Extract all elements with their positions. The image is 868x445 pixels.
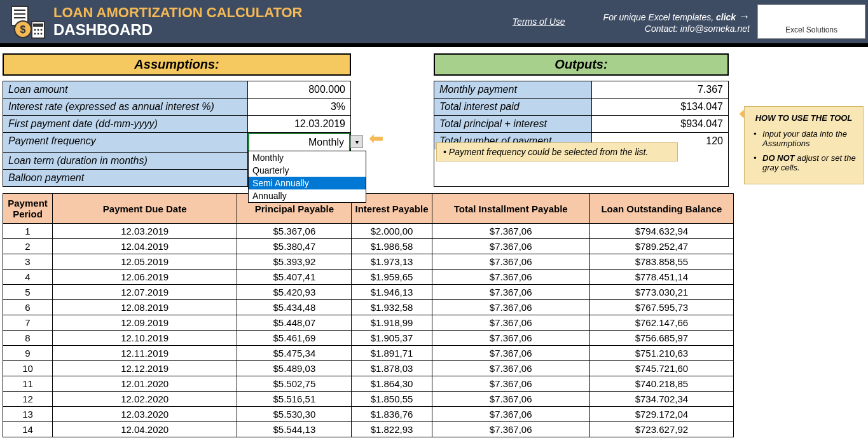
table-cell: $7.367,06 [432, 346, 589, 361]
table-cell: $762.147,66 [589, 315, 733, 331]
app-icon: $ [3, 0, 53, 44]
svg-point-9 [38, 29, 39, 31]
pointer-arrow-icon: ⬅ [369, 128, 383, 149]
table-cell: 12.03.2019 [53, 224, 237, 239]
table-cell: $1.946,13 [352, 285, 432, 300]
table-row: 212.04.2019$5.380,47$1.986,58$7.367,06$7… [3, 239, 734, 254]
app-title: LOAN AMORTIZATION CALCULATOR [53, 4, 513, 21]
table-cell: 12.12.2019 [53, 361, 237, 376]
table-cell: $729.172,04 [589, 407, 733, 422]
table-cell: 12.04.2019 [53, 239, 237, 254]
table-cell: $1.864,30 [352, 376, 432, 392]
table-cell: $5.516,51 [237, 392, 352, 407]
instructions-box: HOW TO USE THE TOOL Input your data into… [744, 106, 864, 184]
dropdown-toggle[interactable]: ▾ [350, 135, 363, 148]
someka-logo[interactable]: someka Excel Solutions [757, 4, 865, 39]
table-cell: $7.367,06 [432, 315, 589, 331]
table-cell: $5.489,03 [237, 361, 352, 376]
table-cell: $1.986,58 [352, 239, 432, 254]
table-cell: $1.836,76 [352, 407, 432, 422]
table-cell: 12.06.2019 [53, 270, 237, 285]
dropdown-item[interactable]: Semi Annually [249, 177, 366, 189]
svg-point-13 [41, 33, 43, 35]
instruction-item: Input your data into the Assumptions [756, 129, 857, 148]
table-cell: 6 [3, 300, 53, 315]
table-row: 812.10.2019$5.461,69$1.905,37$7.367,06$7… [3, 331, 734, 346]
table-cell: $1.891,71 [352, 346, 432, 361]
table-cell: $5.393,92 [237, 254, 352, 270]
assumption-label: Payment frequency [3, 133, 248, 152]
table-cell: $5.502,75 [237, 376, 352, 392]
terms-link[interactable]: Terms of Use [513, 17, 565, 27]
output-value-cell: $934.047 [592, 116, 728, 132]
table-row: 412.06.2019$5.407,41$1.959,65$7.367,06$7… [3, 270, 734, 285]
output-label: Total principal + interest [434, 116, 592, 132]
table-cell: $773.030,21 [589, 285, 733, 300]
table-cell: $5.448,07 [237, 315, 352, 331]
promo-click[interactable]: click [716, 12, 736, 22]
table-cell: 12.05.2019 [53, 254, 237, 270]
table-cell: $1.932,58 [352, 300, 432, 315]
table-cell: $7.367,06 [432, 331, 589, 346]
amortization-table: Payment PeriodPayment Due DatePrincipal … [3, 193, 734, 437]
table-cell: $5.420,93 [237, 285, 352, 300]
table-cell: $723.627,92 [589, 422, 733, 437]
table-cell: $5.461,69 [237, 331, 352, 346]
table-row: 312.05.2019$5.393,92$1.973,13$7.367,06$7… [3, 254, 734, 270]
table-cell: 12.01.2020 [53, 376, 237, 392]
table-header-row: Payment PeriodPayment Due DatePrincipal … [3, 194, 734, 224]
outputs-panel: Monthly payment7.367Total interest paid$… [434, 81, 729, 187]
table-cell: 14 [3, 422, 53, 437]
table-cell: $1.959,65 [352, 270, 432, 285]
arrow-right-icon: → [738, 10, 750, 23]
table-row: 112.03.2019$5.367,06$2.000,00$7.367,06$7… [3, 224, 734, 239]
assumption-value-cell[interactable]: 3% [248, 99, 350, 115]
table-cell: $7.367,06 [432, 392, 589, 407]
table-cell: $1.850,55 [352, 392, 432, 407]
table-cell: 12.09.2019 [53, 315, 237, 331]
dropdown-item[interactable]: Annually [249, 189, 366, 202]
table-cell: 12.11.2019 [53, 346, 237, 361]
table-cell: $751.210,63 [589, 346, 733, 361]
table-cell: $7.367,06 [432, 361, 589, 376]
dropdown-item[interactable]: Monthly [249, 151, 366, 164]
table-cell: $7.367,06 [432, 224, 589, 239]
table-cell: $7.367,06 [432, 239, 589, 254]
assumption-label: First payment date (dd-mm-yyyy) [3, 116, 248, 132]
table-cell: 12.10.2019 [53, 331, 237, 346]
table-row: 1012.12.2019$5.489,03$1.878,03$7.367,06$… [3, 361, 734, 376]
table-cell: $789.252,47 [589, 239, 733, 254]
table-cell: 12 [3, 392, 53, 407]
table-cell: 12.04.2020 [53, 422, 237, 437]
table-cell: 11 [3, 376, 53, 392]
table-cell: 4 [3, 270, 53, 285]
table-cell: 5 [3, 285, 53, 300]
table-cell: 2 [3, 239, 53, 254]
svg-point-8 [34, 29, 36, 31]
instructions-title: HOW TO USE THE TOOL [751, 113, 857, 123]
assumption-value-cell[interactable]: Monthly▾ [248, 133, 350, 152]
table-row: 1212.02.2020$5.516,51$1.850,55$7.367,06$… [3, 392, 734, 407]
assumption-value-cell[interactable]: 12.03.2019 [248, 116, 350, 132]
table-cell: $5.380,47 [237, 239, 352, 254]
table-cell: $734.702,34 [589, 392, 733, 407]
table-cell: 10 [3, 361, 53, 376]
table-cell: $5.434,48 [237, 300, 352, 315]
table-cell: $1.905,37 [352, 331, 432, 346]
table-header-cell: Payment Due Date [53, 194, 237, 224]
table-row: 512.07.2019$5.420,93$1.946,13$7.367,06$7… [3, 285, 734, 300]
output-label: Monthly payment [434, 81, 592, 98]
assumption-value-cell[interactable]: 800.000 [248, 81, 350, 98]
table-header-cell: Payment Period [3, 194, 53, 224]
table-cell: $745.721,60 [589, 361, 733, 376]
table-cell: 13 [3, 407, 53, 422]
table-cell: $1.878,03 [352, 361, 432, 376]
table-header-cell: Total Installment Payable [432, 194, 589, 224]
table-row: 912.11.2019$5.475,34$1.891,71$7.367,06$7… [3, 346, 734, 361]
output-label: Total interest paid [434, 99, 592, 115]
dropdown-item[interactable]: Quarterly [249, 164, 366, 177]
svg-rect-7 [33, 24, 43, 27]
table-cell: 7 [3, 315, 53, 331]
output-value-cell: $134.047 [592, 99, 728, 115]
frequency-dropdown[interactable]: MonthlyQuarterlySemi AnnuallyAnnually [248, 151, 366, 203]
